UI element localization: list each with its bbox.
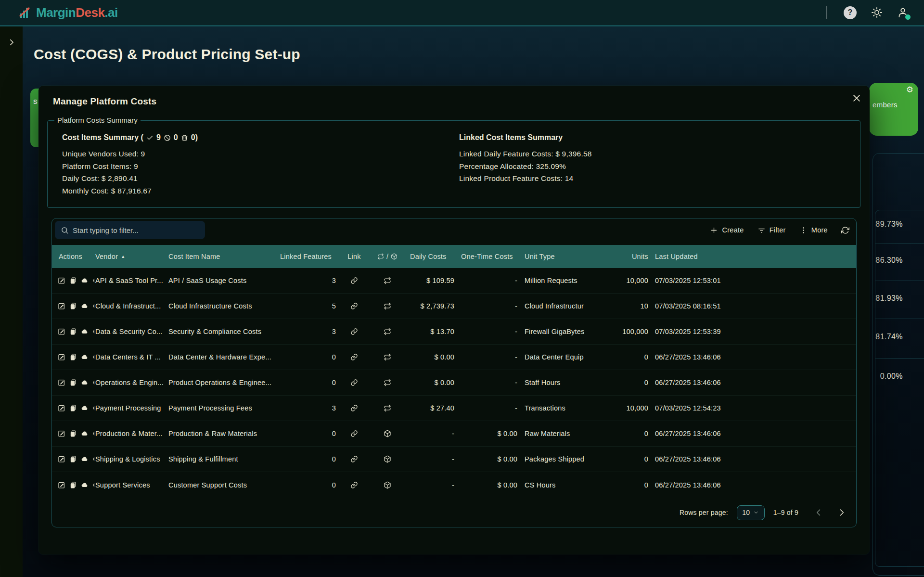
background-members-button-fragment[interactable]: ⚙ embers [869,83,918,136]
edit-icon[interactable] [58,353,65,361]
link-icon[interactable] [350,277,358,284]
link-icon[interactable] [350,430,358,437]
link-icon[interactable] [350,481,358,489]
linked-cost-items-summary-title: Linked Cost Items Summary [459,133,592,142]
vendor-cell: Payment Processing [94,404,167,412]
row-actions [52,353,94,361]
duplicate-icon[interactable] [69,404,77,412]
package-icon [384,455,391,463]
summary-line: Percentage Allocated: 325.09% [459,160,592,173]
recurring-icon [384,277,391,284]
user-profile-icon[interactable] [897,7,909,18]
column-header-vendor[interactable]: Vendor▲ [94,253,167,260]
filter-search-box[interactable] [55,221,205,239]
duplicate-icon[interactable] [69,353,77,361]
link-icon[interactable] [350,328,358,335]
cloud-icon[interactable] [81,455,89,463]
refresh-button[interactable] [841,226,849,234]
rows-per-page-select[interactable]: 10 [737,505,765,520]
row-actions [52,404,94,412]
column-header-linked-features[interactable]: Linked Features [274,253,340,260]
duplicate-icon[interactable] [69,481,77,489]
units-cell: 0 [584,481,649,489]
row-actions [52,430,94,437]
link-icon[interactable] [350,353,358,361]
cloud-icon[interactable] [81,353,89,361]
duplicate-icon[interactable] [69,277,77,284]
link-icon[interactable] [350,379,358,386]
edit-icon[interactable] [58,277,65,284]
edit-icon[interactable] [58,379,65,386]
table-row: Operations & Engin...Product Operations … [52,370,856,396]
cost-item-name-cell: Payment Processing Fees [167,404,274,412]
cloud-icon[interactable] [81,379,89,386]
daily-costs-cell: $ 0.00 [406,379,457,386]
vendor-cell: Support Services [94,481,167,489]
next-page-icon[interactable] [837,508,847,517]
last-updated-cell: 06/27/2025 13:46:06 [649,379,856,386]
help-icon[interactable]: ? [844,6,857,19]
cloud-icon[interactable] [81,404,89,412]
page-title: Cost (COGS) & Product Pricing Set-up [34,46,300,63]
cost-mode-cell [369,379,406,386]
filter-button[interactable]: Filter [757,226,786,234]
close-icon[interactable] [852,93,861,103]
table-row: Payment ProcessingPayment Processing Fee… [52,396,856,421]
vendor-cell: Shipping & Logistics [94,455,167,463]
package-icon [384,430,391,437]
edit-icon[interactable] [58,302,65,310]
members-button-label: embers [873,101,898,109]
cloud-icon[interactable] [81,302,89,310]
cost-item-name-cell: Security & Compliance Costs [167,328,274,335]
previous-page-icon[interactable] [814,508,823,517]
cost-item-name-cell: Product Operations & Enginee... [167,379,274,386]
link-icon[interactable] [350,404,358,412]
background-card-separator [875,281,924,281]
column-header-units[interactable]: Units [584,253,649,260]
linked-features-cell: 3 [274,404,340,412]
top-bar: MarginDesk.ai ? [0,0,924,26]
duplicate-icon[interactable] [69,328,77,335]
sidebar-expand-chevron-icon[interactable] [7,38,16,47]
last-updated-cell: 07/03/2025 12:53:01 [649,277,856,284]
more-button[interactable]: More [799,226,828,234]
column-header-daily-costs[interactable]: Daily Costs [406,253,457,260]
unit-type-cell: Transactions [521,404,584,412]
edit-icon[interactable] [58,430,65,437]
duplicate-icon[interactable] [69,302,77,310]
search-input[interactable] [73,226,205,234]
linked-features-cell: 3 [274,328,340,335]
column-header-unit-type[interactable]: Unit Type [521,253,584,260]
column-header-actions: Actions [52,253,94,260]
link-icon[interactable] [350,302,358,310]
link-cell [340,455,369,463]
edit-icon[interactable] [58,404,65,412]
edit-icon[interactable] [58,328,65,335]
pagination-bar: Rows per page: 10 1–9 of 9 [680,503,847,522]
duplicate-icon[interactable] [69,430,77,437]
column-header-one-time-costs[interactable]: One-Time Costs [457,253,521,260]
one-time-costs-cell: $ 0.00 [457,481,521,489]
gear-icon[interactable]: ⚙ [906,85,913,94]
cloud-icon[interactable] [81,430,89,437]
cost-item-name-cell: Shipping & Fulfillment [167,455,274,463]
edit-icon[interactable] [58,481,65,489]
one-time-costs-cell: - [457,328,521,335]
create-button[interactable]: Create [710,226,744,234]
cloud-icon[interactable] [81,328,89,335]
cloud-icon[interactable] [81,277,89,284]
one-time-costs-cell: - [457,353,521,361]
online-status-dot [905,14,911,20]
link-icon[interactable] [350,455,358,463]
one-time-costs-cell: - [457,404,521,412]
duplicate-icon[interactable] [69,379,77,386]
row-actions [52,328,94,335]
edit-icon[interactable] [58,455,65,463]
column-header-last-updated[interactable]: Last Updated [649,253,856,260]
cloud-icon[interactable] [81,481,89,489]
column-header-cost-item-name[interactable]: Cost Item Name [167,253,274,260]
package-icon [384,481,391,489]
vendor-cell: API & SaaS Tool Pr... [94,277,167,284]
theme-sun-icon[interactable] [871,7,883,18]
duplicate-icon[interactable] [69,455,77,463]
